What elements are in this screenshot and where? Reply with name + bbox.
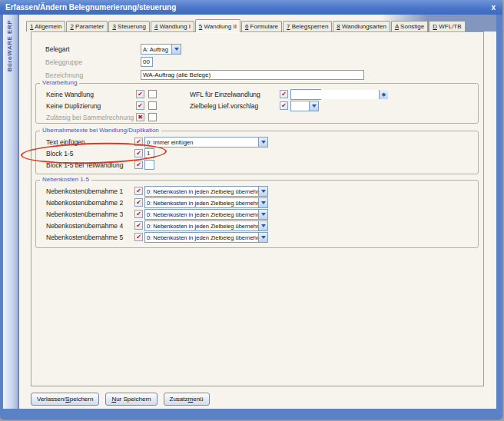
content-area: 1 Allgemein 2 Parameter 3 Steuerung 4 Wa… (19, 15, 496, 409)
tab-formulare[interactable]: 6 Formulare (241, 21, 282, 31)
beleggruppe-input[interactable] (141, 57, 153, 67)
tab-belegsperren[interactable]: 7 Belegsperren (283, 21, 332, 31)
block-1-5-label: Block 1-5 (46, 150, 134, 157)
block-1-5-teilwandlung-input[interactable] (144, 160, 154, 170)
dropdown-arrow-icon (309, 101, 318, 111)
tab-parameter[interactable]: 2 Parameter (66, 21, 108, 31)
lookup-diamond-icon[interactable]: ◆ (379, 90, 388, 99)
nebenkosten-row: Nebenkostenübernahme 3 ✔ 0: Nebenkosten … (36, 208, 478, 220)
nebenkostenuebernahme-4-label: Nebenkostenübernahme 4 (46, 222, 134, 230)
nebenkostenuebernahme-2-label: Nebenkostenübernahme 2 (46, 199, 134, 207)
zulaessig-sammelrechnung-label: Zulässig bei Sammelrechnung (46, 114, 136, 121)
tab-page-panel: Belegart A: Auftrag Beleggruppe Bezeichn… (31, 31, 484, 386)
check-flag-icon[interactable]: ✔ (134, 198, 143, 207)
dropdown-arrow-icon (258, 233, 267, 242)
nebenkostenuebernahme-5-select[interactable]: 0: Nebenkosten in jeden Zielbeleg überne… (144, 232, 268, 243)
text-einfuegen-label: Text einfügen (46, 138, 134, 146)
block-1-5-teilwandlung-row: Block 1-5 bei Teilwandlung ✔ (36, 159, 478, 171)
check-flag-icon[interactable]: ✔ (134, 149, 143, 157)
wfl-einzelwandlung-label: WFL für Einzelwandlung (190, 91, 280, 98)
check-flag-icon[interactable]: ✔ (134, 210, 143, 218)
beleggruppe-label: Beleggruppe (45, 58, 141, 66)
nebenkosten-row: Nebenkostenübernahme 5 ✔ 0: Nebenkosten … (36, 231, 478, 243)
fieldset-verarbeitung-legend: Verarbeitung (40, 79, 79, 86)
dropdown-arrow-icon (258, 221, 267, 230)
text-einfuegen-row: Text einfügen ✔ 0: Immer einfügen (36, 136, 478, 148)
check-flag-icon[interactable]: ✔ (134, 138, 143, 146)
verarbeitung-row-1: Keine Wandlung ✔ WFL für Einzelwandlung … (36, 88, 478, 100)
nebenkosten-row: Nebenkostenübernahme 2 ✔ 0: Nebenkosten … (36, 197, 478, 208)
erp-dialog-window: Erfassen/Ändern Belegnumerierung/steueru… (0, 0, 502, 419)
dropdown-arrow-icon (258, 138, 267, 147)
bezeichnung-row: Bezeichnung (45, 69, 364, 81)
nur-speichern-button[interactable]: Nur Speichern (105, 393, 157, 406)
check-flag-icon[interactable]: ✔ (134, 233, 143, 241)
nebenkostenuebernahme-4-select[interactable]: 0: Nebenkosten in jeden Zielbeleg überne… (144, 220, 268, 231)
block-1-5-row: Block 1-5 ✔ (36, 148, 478, 159)
tab-wfl-tb[interactable]: D WFL/TB (429, 21, 465, 31)
check-flag-icon[interactable]: ✔ (280, 101, 288, 110)
zusatzmenu-button[interactable]: Zusatzmenü (164, 393, 210, 406)
wfl-einzelwandlung-input[interactable] (291, 90, 379, 99)
nebenkostenuebernahme-3-select[interactable]: 0: Nebenkosten in jeden Zielbeleg überne… (144, 209, 268, 220)
beleggruppe-row: Beleggruppe (45, 56, 153, 68)
keine-wandlung-label: Keine Wandlung (46, 91, 136, 98)
tab-wandlung-2[interactable]: 5 Wandlung II (195, 19, 240, 32)
tab-allgemein[interactable]: 1 Allgemein (26, 21, 65, 31)
fieldset-uebernahmetexte-legend: Übernahmetexte bei Wandlung/Duplikation (40, 127, 161, 134)
fieldset-uebernahmetexte: Übernahmetexte bei Wandlung/Duplikation … (35, 131, 479, 174)
dropdown-arrow-icon (258, 210, 267, 219)
wfl-einzelwandlung-field[interactable]: ◆ (290, 89, 321, 100)
belegart-label: Belegart (45, 45, 141, 53)
fieldset-verarbeitung: Verarbeitung Keine Wandlung ✔ WFL für Ei… (35, 83, 479, 124)
zielbeleg-liefvorschlag-select[interactable] (290, 101, 319, 111)
check-flag-icon[interactable]: ✔ (134, 187, 143, 195)
dropdown-arrow-icon (258, 187, 267, 196)
zulaessig-sammelrechnung-checkbox[interactable] (148, 113, 157, 121)
brand-banner: BüroWARE ERP (3, 15, 19, 409)
brand-vertical-label: BüroWARE ERP (6, 20, 13, 71)
dropdown-arrow-icon (258, 198, 267, 207)
block-1-5-input[interactable] (144, 148, 154, 158)
tab-strip: 1 Allgemein 2 Parameter 3 Steuerung 4 Wa… (26, 20, 466, 31)
nebenkostenuebernahme-2-select[interactable]: 0: Nebenkosten in jeden Zielbeleg überne… (144, 197, 268, 208)
bezeichnung-label: Bezeichnung (45, 71, 141, 79)
keine-wandlung-checkbox[interactable] (148, 90, 157, 98)
fieldset-nebenkosten-legend: Nebenkosten 1-5 (40, 176, 91, 183)
close-icon[interactable]: x (489, 3, 497, 12)
belegart-select[interactable]: A: Auftrag (141, 44, 181, 55)
verarbeitung-row-2: Keine Duplizierung ✔ Zielbeleg Lief.vors… (36, 100, 478, 111)
nebenkostenuebernahme-1-select[interactable]: 0: Nebenkosten in jeden Zielbeleg überne… (144, 186, 268, 197)
dropdown-arrow-icon (171, 45, 181, 54)
text-einfuegen-select[interactable]: 0: Immer einfügen (144, 137, 268, 148)
verlassen-speichern-button[interactable]: Verlassen/Speichern (31, 393, 99, 406)
bezeichnung-input[interactable] (141, 70, 364, 80)
nebenkosten-row: Nebenkostenübernahme 1 ✔ 0: Nebenkosten … (36, 185, 478, 197)
titlebar[interactable]: Erfassen/Ändern Belegnumerierung/steueru… (0, 0, 502, 15)
button-row: Verlassen/Speichern Nur Speichern Zusatz… (31, 393, 210, 406)
verarbeitung-row-3: Zulässig bei Sammelrechnung ✖ (36, 111, 478, 123)
nebenkostenuebernahme-3-label: Nebenkostenübernahme 3 (46, 210, 134, 218)
zielbeleg-liefvorschlag-label: Zielbeleg Lief.vorschlag (190, 102, 280, 110)
nebenkostenuebernahme-5-label: Nebenkostenübernahme 5 (46, 234, 134, 241)
dialog-body: BüroWARE ERP 1 Allgemein 2 Parameter 3 S… (3, 15, 496, 409)
window-title: Erfassen/Ändern Belegnumerierung/steueru… (5, 3, 489, 12)
cross-flag-icon[interactable]: ✖ (136, 113, 144, 121)
fieldset-nebenkosten: Nebenkosten 1-5 Nebenkostenübernahme 1 ✔… (35, 180, 479, 248)
check-flag-icon[interactable]: ✔ (134, 161, 143, 169)
block-1-5-teilwandlung-label: Block 1-5 bei Teilwandlung (46, 161, 134, 169)
check-flag-icon[interactable]: ✔ (134, 221, 143, 230)
keine-duplizierung-label: Keine Duplizierung (46, 102, 136, 110)
check-flag-icon[interactable]: ✔ (136, 90, 144, 98)
belegart-row: Belegart A: Auftrag (45, 43, 181, 55)
check-flag-icon[interactable]: ✔ (280, 90, 288, 98)
tab-sonstige[interactable]: A Sonstige (391, 21, 428, 31)
keine-duplizierung-checkbox[interactable] (148, 101, 157, 110)
tab-steuerung[interactable]: 3 Steuerung (108, 21, 150, 31)
tab-wandlungsarten[interactable]: 8 Wandlungsarten (333, 21, 390, 31)
nebenkosten-row: Nebenkostenübernahme 4 ✔ 0: Nebenkosten … (36, 220, 478, 231)
nebenkostenuebernahme-1-label: Nebenkostenübernahme 1 (46, 187, 134, 195)
check-flag-icon[interactable]: ✔ (136, 101, 144, 110)
tab-wandlung-1[interactable]: 4 Wandlung I (151, 21, 194, 31)
